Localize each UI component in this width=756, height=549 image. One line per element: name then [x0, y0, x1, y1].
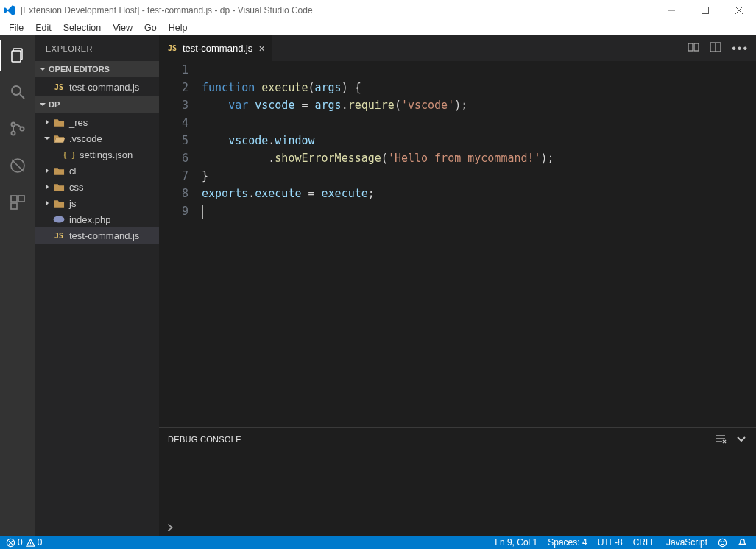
- compare-changes-icon[interactable]: [688, 41, 699, 56]
- status-warnings[interactable]: 0: [26, 537, 43, 548]
- panel: DEBUG CONSOLE: [159, 427, 756, 536]
- sidebar-title: EXPLORER: [35, 35, 159, 61]
- folder-js[interactable]: js: [35, 195, 159, 211]
- status-eol[interactable]: CRLF: [633, 537, 656, 548]
- split-editor-icon[interactable]: [710, 41, 721, 56]
- file-label: ci: [69, 166, 76, 177]
- maximize-button[interactable]: [688, 0, 722, 21]
- svg-point-32: [724, 541, 724, 542]
- activity-extensions[interactable]: [0, 187, 35, 218]
- svg-rect-15: [11, 203, 17, 209]
- file-settings[interactable]: { }settings.json: [35, 146, 159, 163]
- menu-edit[interactable]: Edit: [29, 21, 57, 35]
- panel-title[interactable]: DEBUG CONSOLE: [168, 435, 241, 444]
- svg-point-31: [721, 541, 721, 542]
- section-open-editors[interactable]: OPEN EDITORS: [35, 61, 159, 77]
- twisty-expanded-icon: [43, 134, 52, 143]
- file-index[interactable]: index.php: [35, 211, 159, 227]
- file-label: .vscode: [69, 133, 102, 144]
- activity-search[interactable]: [0, 77, 35, 107]
- js-icon: JS: [53, 81, 65, 93]
- close-button[interactable]: [722, 0, 756, 21]
- more-actions-icon[interactable]: •••: [732, 42, 749, 55]
- editor-area: JStest-command.js× ••• 123456789 functio…: [159, 35, 756, 536]
- menubar: FileEditSelectionViewGoHelp: [0, 21, 756, 35]
- svg-point-8: [12, 123, 15, 127]
- status-spaces[interactable]: Spaces: 4: [548, 537, 587, 548]
- menu-help[interactable]: Help: [163, 21, 194, 35]
- status-encoding[interactable]: UTF-8: [598, 537, 623, 548]
- svg-rect-17: [688, 43, 693, 51]
- folder-open-icon: [53, 132, 65, 144]
- twisty-collapsed-icon: [43, 183, 52, 191]
- svg-point-30: [718, 539, 726, 546]
- section-label: OPEN EDITORS: [49, 65, 110, 74]
- svg-rect-18: [694, 43, 699, 51]
- twisty-expanded-icon: [38, 100, 47, 109]
- panel-collapse-icon[interactable]: [735, 433, 747, 446]
- activity-scm[interactable]: [0, 113, 35, 144]
- folder-icon: [53, 197, 65, 209]
- svg-rect-13: [11, 196, 17, 202]
- folder-vscode[interactable]: .vscode: [35, 130, 159, 146]
- svg-line-7: [20, 94, 24, 99]
- status-language[interactable]: JavaScript: [666, 537, 707, 548]
- menu-go[interactable]: Go: [138, 21, 163, 35]
- svg-point-6: [12, 86, 21, 95]
- file-label: js: [69, 198, 76, 209]
- clear-console-icon[interactable]: [715, 433, 727, 446]
- folder-icon: [53, 116, 65, 128]
- open-editor-item[interactable]: JStest-command.js: [35, 79, 159, 95]
- folder-res[interactable]: _res: [35, 114, 159, 130]
- menu-file[interactable]: File: [3, 21, 29, 35]
- debug-console-body[interactable]: [159, 451, 756, 520]
- section-workspace[interactable]: DP: [35, 96, 159, 113]
- file-label: settings.json: [80, 149, 133, 160]
- overview-ruler: [746, 61, 756, 427]
- menu-view[interactable]: View: [107, 21, 138, 35]
- section-label: DP: [49, 100, 60, 109]
- statusbar: 0 0 Ln 9, Col 1 Spaces: 4 UTF-8 CRLF Jav…: [0, 536, 756, 549]
- minimize-button[interactable]: [654, 0, 688, 21]
- status-cursor[interactable]: Ln 9, Col 1: [495, 537, 537, 548]
- twisty-collapsed-icon: [43, 166, 52, 175]
- svg-rect-5: [12, 51, 21, 62]
- vs-logo-icon: [3, 4, 16, 17]
- js-icon: JS: [166, 43, 178, 54]
- titlebar: [Extension Development Host] - test-comm…: [0, 0, 756, 21]
- svg-point-9: [12, 132, 15, 135]
- twisty-none: [43, 215, 52, 224]
- twisty-collapsed-icon: [43, 118, 52, 127]
- status-notifications-icon[interactable]: [738, 538, 747, 548]
- file-label: test-command.js: [69, 230, 139, 241]
- file-label: index.php: [69, 214, 110, 225]
- activity-debug[interactable]: [0, 150, 35, 181]
- activity-explorer[interactable]: [0, 40, 35, 71]
- file-label: css: [69, 182, 84, 193]
- php-icon: [53, 213, 65, 225]
- twisty-expanded-icon: [38, 65, 47, 74]
- window-title: [Extension Development Host] - test-comm…: [21, 5, 654, 15]
- svg-line-12: [12, 160, 24, 171]
- twisty-collapsed-icon: [43, 199, 52, 208]
- svg-rect-14: [18, 196, 24, 202]
- svg-rect-1: [702, 7, 709, 14]
- twisty-none: [43, 231, 52, 240]
- sidebar: EXPLORER OPEN EDITORS JStest-command.js …: [35, 35, 159, 536]
- file-label: test-command.js: [69, 82, 139, 93]
- workbench: EXPLORER OPEN EDITORS JStest-command.js …: [0, 35, 756, 536]
- folder-ci[interactable]: ci: [35, 163, 159, 179]
- json-icon: { }: [63, 149, 75, 160]
- tab-close-icon[interactable]: ×: [258, 43, 264, 54]
- file-label: _res: [69, 117, 88, 128]
- tab-test-command-js[interactable]: JStest-command.js×: [159, 35, 273, 61]
- code-editor[interactable]: 123456789 function execute(args) { var v…: [159, 61, 756, 427]
- folder-css[interactable]: css: [35, 179, 159, 195]
- file-test-command[interactable]: JStest-command.js: [35, 227, 159, 244]
- activitybar: [0, 35, 35, 536]
- tabbar: JStest-command.js× •••: [159, 35, 756, 61]
- status-errors[interactable]: 0: [6, 537, 23, 548]
- menu-selection[interactable]: Selection: [57, 21, 107, 35]
- breadcrumb-bar[interactable]: [159, 520, 756, 536]
- status-feedback-icon[interactable]: [718, 538, 727, 548]
